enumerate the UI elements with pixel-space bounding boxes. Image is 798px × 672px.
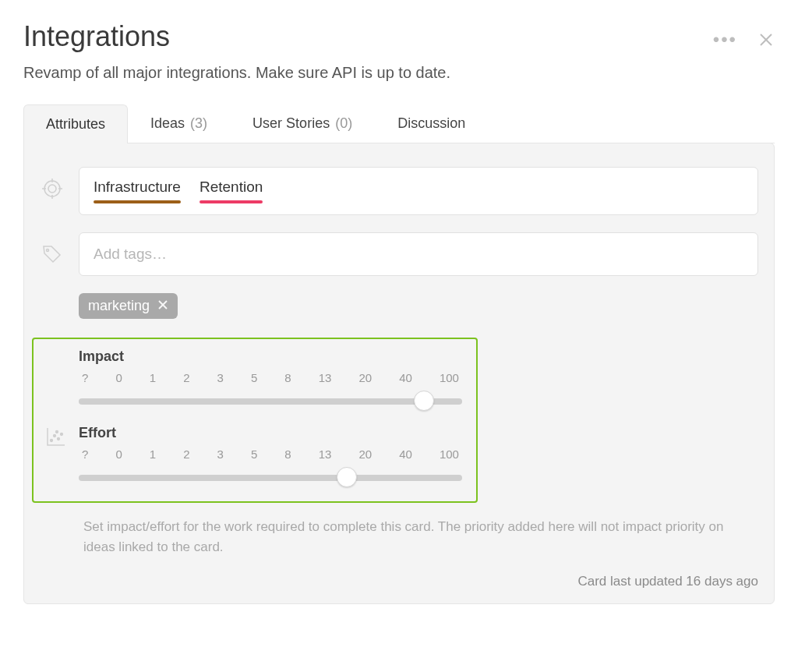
tag-pill[interactable]: marketing [79,293,178,319]
scatter-icon [44,425,68,451]
tags-placeholder: Add tags… [94,246,167,263]
card-description[interactable]: Revamp of all major integrations. Make s… [23,64,775,82]
tick-label: 3 [217,447,224,461]
tick-label: ? [82,371,88,384]
tag-icon [40,242,65,267]
tick-label: 20 [358,371,372,384]
tab-label: Discussion [397,115,465,131]
tick-label: 2 [183,447,189,461]
svg-point-3 [48,185,56,193]
attributes-panel: Infrastructure Retention Add tags… [23,143,775,604]
slider-handle[interactable] [337,467,357,487]
tick-label: ? [82,447,88,461]
tab-label: User Stories [252,115,330,131]
svg-point-15 [61,433,63,436]
target-icon [40,176,65,201]
tab-label: Ideas [150,115,185,131]
categories-field[interactable]: Infrastructure Retention [79,167,758,215]
slider-ticks: ?012358132040100 [79,447,462,461]
tab-label: Attributes [46,116,105,132]
tick-label: 2 [183,371,189,384]
svg-point-2 [44,181,60,196]
tag-label: marketing [88,298,150,314]
tick-label: 13 [319,371,332,384]
tick-label: 40 [399,371,412,384]
category-underline [200,200,263,203]
impact-label: Impact [79,348,462,365]
svg-point-11 [51,440,53,442]
impact-effort-box: Impact ?012358132040100 Effort ?01235813… [32,338,478,503]
tab-attributes[interactable]: Attributes [23,104,128,143]
tab-discussion[interactable]: Discussion [375,104,488,143]
category-chip[interactable]: Infrastructure [94,179,181,203]
tick-label: 5 [251,371,257,384]
category-label: Retention [200,179,263,196]
tick-label: 8 [284,447,291,461]
tick-label: 0 [115,447,122,461]
tick-label: 5 [251,447,257,461]
tab-bar: Attributes Ideas (3) User Stories (0) Di… [23,104,775,143]
tab-ideas[interactable]: Ideas (3) [128,104,230,143]
tick-label: 13 [319,447,332,461]
remove-tag-icon[interactable] [157,299,168,313]
category-label: Infrastructure [94,179,181,196]
tick-label: 100 [440,447,459,461]
tab-user-stories[interactable]: User Stories (0) [230,104,375,143]
tick-label: 1 [150,447,156,461]
page-title: Integrations [23,20,170,53]
tab-count: (3) [190,115,207,131]
tick-label: 8 [284,371,291,384]
svg-point-12 [54,435,56,437]
card-modal: Integrations ••• Revamp of all major int… [0,0,798,628]
tab-count: (0) [335,115,352,131]
svg-point-14 [56,431,58,433]
impact-slider-group: Impact ?012358132040100 [79,348,462,411]
tick-label: 40 [399,447,412,461]
slider-handle[interactable] [414,391,434,411]
category-chip[interactable]: Retention [200,179,263,203]
category-underline [94,200,181,203]
impact-help-text: Set impact/effort for the work required … [83,517,758,557]
close-button[interactable] [757,31,775,48]
svg-point-8 [47,249,49,252]
tick-label: 20 [358,447,372,461]
impact-slider[interactable] [79,391,462,411]
tick-label: 1 [150,371,156,384]
slider-ticks: ?012358132040100 [79,371,462,384]
tags-input[interactable]: Add tags… [79,232,758,276]
tick-label: 0 [115,371,122,384]
tick-label: 3 [217,371,224,384]
last-updated: Card last updated 16 days ago [40,574,758,589]
effort-slider[interactable] [79,467,462,487]
tags-list: marketing [79,285,758,319]
effort-label: Effort [79,425,462,441]
svg-point-13 [58,438,60,440]
tick-label: 100 [440,371,459,384]
more-icon[interactable]: ••• [713,30,737,49]
effort-slider-group: Effort ?012358132040100 [79,425,462,487]
